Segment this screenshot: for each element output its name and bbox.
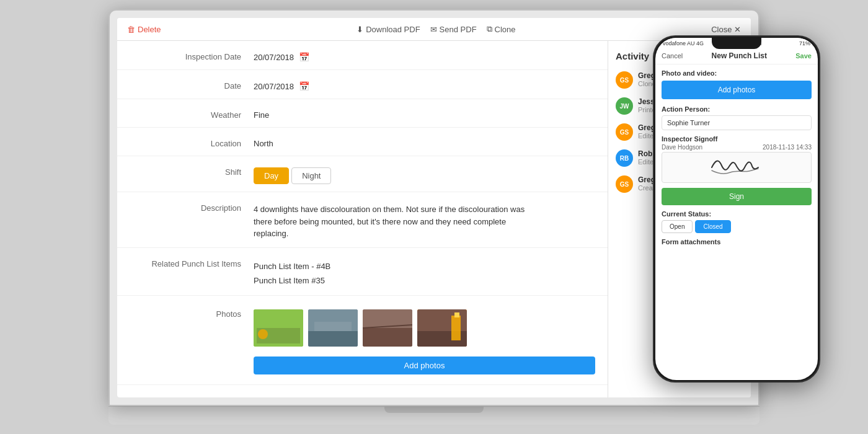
toolbar-right: Close ✕ [711,25,741,34]
send-pdf-label: Send PDF [440,25,477,34]
phone-content: Photo and video: Add photos Action Perso… [655,64,818,250]
send-pdf-button[interactable]: ✉ Send PDF [430,25,477,34]
avatar-4: RB [616,149,633,167]
photo-thumb-3[interactable] [363,309,412,347]
phone-attachments-label: Form attachments [662,238,812,246]
svg-rect-4 [308,331,358,347]
shift-row: Shift Day Night [117,156,608,192]
laptop-base [108,406,760,425]
delays-label: Delays or other issues [130,392,254,397]
photo-thumb-1[interactable] [254,309,303,347]
phone-status-buttons: Open Closed [662,220,812,233]
shift-day-button[interactable]: Day [254,167,289,184]
description-text: 4 downlights have discolouration on them… [254,203,533,240]
phone-overlay: vodafone AU 4G 2:33 pm 71% Cancel New Pu… [653,35,820,383]
phone-cancel-button[interactable]: Cancel [662,52,683,60]
delays-row: Delays or other issues Traffic delays fo… [117,385,608,397]
phone-add-photos-button[interactable]: Add photos [662,81,812,99]
phone-save-button[interactable]: Save [795,52,812,60]
calendar-icon-2: 📅 [299,81,309,91]
delete-label: Delete [138,25,161,34]
photos-section [254,309,595,347]
description-value: 4 downlights have discolouration on them… [254,200,595,240]
date-label: Date [130,78,254,91]
signature-area [662,152,812,183]
shift-value: Day Night [254,164,595,184]
weather-value: Fine [254,107,595,120]
inspection-date-row: Inspection Date 20/07/2018 📅 [117,41,608,70]
svg-point-2 [258,329,268,339]
avatar-5: GS [616,175,633,193]
inspection-date-input[interactable]: 20/07/2018 📅 [254,52,595,62]
photo-thumb-4[interactable] [417,309,467,347]
inspection-date-label: Inspection Date [130,48,254,61]
photos-container: Add photos [254,309,595,374]
inspection-date-text: 20/07/2018 [254,53,294,62]
photos-label: Photos [130,306,254,319]
location-value: North [254,135,595,148]
download-icon: ⬇ [356,25,363,34]
photos-value: Add photos [254,306,595,374]
phone-inspector-name: Dave Hodgson 2018-11-13 14:33 [662,144,812,151]
photos-row: Photos [117,296,608,385]
phone-status-closed-button[interactable]: Closed [695,220,730,233]
avatar-2: JW [616,97,633,115]
punch-list-item-1: Punch List Item - #4B [254,259,595,273]
description-label: Description [130,200,254,213]
punch-list-item-2: Punch List Item #35 [254,273,595,288]
shift-night-button[interactable]: Night [291,167,331,184]
shift-label: Shift [130,164,254,177]
weather-label: Weather [130,107,254,120]
delays-value: Traffic delays for concrete delivery, po… [254,392,595,397]
shift-buttons: Day Night [254,167,595,184]
description-row: Description 4 downlights have discoloura… [117,192,608,248]
phone-screen: vodafone AU 4G 2:33 pm 71% Cancel New Pu… [655,38,818,380]
toolbar-center: ⬇ Download PDF ✉ Send PDF ⧉ Clone [161,24,712,34]
activity-title-text: Activity [616,51,649,61]
trash-icon: 🗑 [127,25,135,34]
avatar-1: GS [616,71,633,89]
phone-carrier: vodafone AU 4G [663,40,704,46]
photo-thumb-2[interactable] [308,309,358,347]
phone-status-open-button[interactable]: Open [662,220,693,233]
close-icon: ✕ [734,25,741,34]
phone-action-person-input[interactable] [662,115,812,130]
punch-list-row: Related Punch List Items Punch List Item… [117,248,608,296]
phone-action-person-label: Action Person: [662,105,812,113]
punch-list-value: Punch List Item - #4B Punch List Item #3… [254,255,595,288]
phone-status-label: Current Status: [662,210,812,218]
phone-inspector-name-text: Dave Hodgson [662,144,702,151]
clone-icon: ⧉ [487,24,492,34]
clone-label: Clone [495,25,516,34]
svg-rect-7 [363,328,412,347]
phone-notch [712,37,761,49]
inspection-date-value: 20/07/2018 📅 [254,48,595,62]
svg-rect-12 [454,312,459,317]
laptop-base-notch [384,407,484,413]
close-label: Close [711,25,732,34]
phone-sign-button[interactable]: Sign [662,188,812,205]
svg-rect-5 [314,322,352,331]
close-button[interactable]: Close ✕ [711,25,741,34]
clone-button[interactable]: ⧉ Clone [487,24,516,34]
date-input[interactable]: 20/07/2018 📅 [254,81,595,91]
date-text: 20/07/2018 [254,82,294,91]
delete-button[interactable]: 🗑 Delete [127,25,161,34]
location-label: Location [130,135,254,148]
download-pdf-label: Download PDF [366,25,420,34]
phone-form-title: New Punch List [712,51,767,60]
send-icon: ✉ [430,25,437,34]
download-pdf-button[interactable]: ⬇ Download PDF [356,25,420,34]
phone-battery: 71% [799,40,810,46]
avatar-3: GS [616,123,633,141]
punch-list-label: Related Punch List Items [130,255,254,268]
add-photos-button[interactable]: Add photos [254,356,595,374]
date-value: 20/07/2018 📅 [254,78,595,91]
phone-inspector-date: 2018-11-13 14:33 [763,144,812,151]
svg-rect-11 [451,316,461,340]
signature-svg [706,155,768,180]
calendar-icon: 📅 [299,52,309,62]
weather-row: Weather Fine [117,99,608,128]
phone-inspector-label: Inspector Signoff [662,135,812,143]
location-row: Location North [117,128,608,156]
